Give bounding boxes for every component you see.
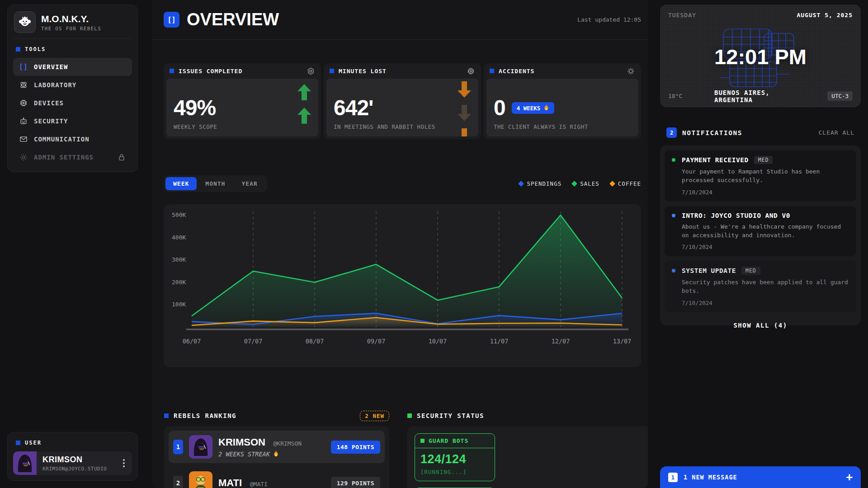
- notification-card[interactable]: PAYMENT RECEIVED MED Your payment to Ram…: [665, 150, 856, 202]
- priority-tag: MED: [754, 156, 773, 164]
- weekday: TUESDAY: [668, 12, 696, 19]
- guard-bots-label: GUARD BOTS: [429, 437, 468, 444]
- last-updated: Last updated 12:05: [577, 16, 641, 23]
- guard-bots-state: [RUNNING...]: [420, 469, 489, 475]
- chip-icon[interactable]: [467, 67, 475, 75]
- avatar: [189, 435, 212, 459]
- message-label: 1 NEW MESSAGE: [684, 474, 737, 481]
- flame-icon: [543, 104, 549, 112]
- status-dot: [672, 214, 675, 217]
- blue-square-bullet: [330, 69, 334, 73]
- notifications-panel: PAYMENT RECEIVED MED Your payment to Ram…: [660, 145, 861, 325]
- stat-label: MINUTES LOST: [339, 68, 387, 75]
- rebel-name: KRIMSON: [218, 436, 265, 448]
- stat-caption: THE CLIENT ALWAYS IS RIGHT: [494, 123, 631, 130]
- diamond-icon: [571, 181, 577, 187]
- flame-icon: [273, 450, 279, 458]
- date: AUGUST 5, 2025: [797, 12, 853, 19]
- app-logo: M.O.N.K.Y. THE OS FOR REBELS: [13, 10, 132, 39]
- chip-icon: [19, 99, 28, 108]
- spendings-sales-coffee-chart: 100K200K300K400K500K06/0707/0708/0709/07…: [164, 204, 641, 367]
- brackets-icon: []: [164, 12, 179, 28]
- sidebar-item-label: ADMIN SETTINGS: [34, 154, 94, 161]
- new-message-bar[interactable]: 1 1 NEW MESSAGE +: [660, 466, 861, 488]
- plus-icon[interactable]: +: [846, 472, 853, 483]
- priority-tag: MED: [741, 267, 760, 275]
- robot-icon: [19, 117, 28, 126]
- range-tab-group: WEEK MONTH YEAR: [164, 175, 267, 192]
- rebel-handle: @KRIMSON: [274, 440, 302, 447]
- sidebar-item-laboratory[interactable]: LABORATORY: [13, 76, 132, 94]
- avatar: [189, 471, 212, 488]
- page-header: [] OVERVIEW Last updated 12:05: [152, 0, 648, 40]
- envelope-icon: [19, 135, 28, 144]
- tools-section-header: TOOLS: [13, 39, 132, 58]
- green-square-bullet: [420, 439, 425, 443]
- security-title: SECURITY STATUS: [417, 412, 484, 419]
- blue-square-bullet: [170, 69, 174, 73]
- user-name: KRIMSON: [42, 455, 116, 465]
- new-count-badge: 2 NEW: [360, 411, 389, 421]
- stat-value: 0: [494, 97, 505, 119]
- notifications-header: 2 NOTIFICATIONS CLEAR ALL: [666, 127, 854, 138]
- sidebar-item-label: COMMUNICATION: [34, 136, 90, 143]
- location: BUENOS AIRES, ARGENTINA: [714, 89, 807, 103]
- blue-square-bullet: [164, 413, 169, 418]
- legend-coffee[interactable]: COFFEE: [610, 180, 641, 187]
- hex-nut-icon[interactable]: [307, 67, 315, 75]
- notification-date: 7/10/2024: [682, 300, 849, 306]
- tab-year[interactable]: YEAR: [234, 177, 265, 190]
- rebels-ranking-section: REBELS RANKING 2 NEW 1: [164, 409, 389, 488]
- rank-number: 2: [173, 476, 183, 488]
- security-panel: GUARD BOTS 124/124 [RUNNING...] FIREWALL: [407, 426, 648, 488]
- chart-legend: SPENDINGS SALES COFFEE: [519, 180, 641, 187]
- rank-number: 1: [173, 440, 183, 454]
- notification-title: PAYMENT RECEIVED: [682, 156, 749, 164]
- svg-text:10/07: 10/07: [429, 338, 447, 345]
- notification-body: About us - We're a healthcare company fo…: [682, 223, 849, 240]
- sidebar-item-label: OVERVIEW: [34, 63, 68, 70]
- ranking-list: 1 KRIMSON @KRIMSON: [164, 426, 389, 488]
- sidebar-item-communication[interactable]: COMMUNICATION: [13, 130, 132, 148]
- gear-icon: [19, 153, 28, 162]
- utc-offset-badge: UTC-3: [827, 91, 853, 101]
- notification-card[interactable]: INTRO: JOYCO STUDIO AND V0 About us - We…: [665, 206, 856, 257]
- sidebar-item-devices[interactable]: DEVICES: [13, 94, 132, 112]
- points-badge: 129 POINTS: [331, 477, 380, 488]
- svg-text:11/07: 11/07: [490, 338, 509, 345]
- page-title: OVERVIEW: [187, 10, 279, 29]
- ranking-row-2[interactable]: 2 MATI @MATI 129 POINTS: [169, 467, 385, 488]
- show-all-button[interactable]: SHOW ALL (4): [665, 317, 856, 331]
- message-count-badge: 1: [668, 473, 678, 482]
- blue-square-bullet: [16, 47, 20, 52]
- notifications-title: NOTIFICATIONS: [682, 129, 742, 136]
- sidebar: M.O.N.K.Y. THE OS FOR REBELS TOOLS [] OV…: [7, 5, 138, 172]
- legend-sales[interactable]: SALES: [572, 180, 599, 187]
- user-label: USER: [25, 440, 42, 446]
- diamond-icon: [519, 181, 524, 187]
- kebab-menu-icon[interactable]: [123, 462, 125, 464]
- main-content: [] OVERVIEW Last updated 12:05 ISSUES CO…: [152, 0, 648, 488]
- sidebar-item-admin-settings[interactable]: ADMIN SETTINGS: [13, 148, 132, 166]
- sidebar-item-label: SECURITY: [34, 117, 68, 125]
- sun-gear-icon[interactable]: [627, 67, 635, 75]
- ranking-row-1[interactable]: 1 KRIMSON @KRIMSON: [169, 431, 385, 463]
- sidebar-item-security[interactable]: SECURITY: [13, 112, 132, 130]
- notification-title: SYSTEM UPDATE: [682, 267, 736, 274]
- user-card[interactable]: KRIMSON KRIMSON@JOYCO.STUDIO: [13, 451, 132, 475]
- rebel-name: MATI: [218, 477, 242, 488]
- legend-spendings[interactable]: SPENDINGS: [519, 180, 561, 187]
- clear-all-button[interactable]: CLEAR ALL: [819, 129, 854, 136]
- stat-card-issues-completed: ISSUES COMPLETED 49% WEEKLY SCOPE: [164, 63, 321, 139]
- rebel-handle: @MATI: [250, 481, 268, 488]
- svg-text:12/07: 12/07: [552, 338, 570, 345]
- svg-text:500K: 500K: [172, 211, 186, 218]
- stat-caption: IN MEETINGS AND RABBIT HOLES: [334, 123, 471, 130]
- sidebar-item-overview[interactable]: [] OVERVIEW: [13, 58, 132, 76]
- tab-week[interactable]: WEEK: [165, 177, 197, 190]
- notification-date: 7/10/2024: [682, 244, 849, 250]
- svg-text:09/07: 09/07: [367, 338, 386, 345]
- monkey-logo-icon: [14, 11, 36, 33]
- notification-card[interactable]: SYSTEM UPDATE MED Security patches have …: [665, 261, 856, 312]
- tab-month[interactable]: MONTH: [198, 177, 233, 190]
